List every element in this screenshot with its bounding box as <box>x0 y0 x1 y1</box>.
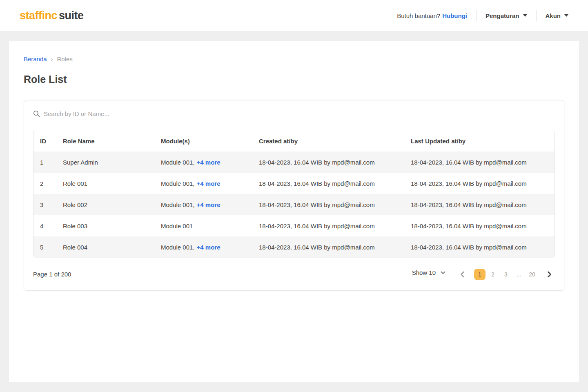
modules-more-link[interactable]: +4 more <box>197 201 220 208</box>
cell-updated: 18-04-2023, 16.04 WIB by mpd@mail.com <box>411 159 555 166</box>
column-header-updated: Last Updated at/by <box>411 138 555 145</box>
cell-id: 4 <box>40 223 63 229</box>
column-header-id: ID <box>40 138 63 145</box>
modules-text: Module 001, <box>161 244 195 251</box>
main-content: Beranda › Roles Role List ID Role Name M… <box>9 41 579 382</box>
pagination-controls: Show 10 1 2 3 ... 20 <box>411 269 555 280</box>
modules-text: Module 001, <box>161 201 195 208</box>
search-icon <box>33 110 40 117</box>
table-row: 3 Role 002 Module 001,+4 more 18-04-2023… <box>33 194 555 215</box>
cell-updated: 18-04-2023, 16.04 WIB by mpd@mail.com <box>411 201 555 208</box>
modules-more-link[interactable]: +4 more <box>197 180 220 187</box>
caret-down-icon <box>523 14 527 17</box>
modules-more-link[interactable]: +4 more <box>197 159 220 166</box>
role-table: ID Role Name Module(s) Created at/by Las… <box>33 130 555 258</box>
page-ellipsis: ... <box>513 271 525 278</box>
cell-modules: Module 001,+4 more <box>161 244 259 251</box>
table-row: 5 Role 004 Module 001,+4 more 18-04-2023… <box>33 236 555 258</box>
cell-created: 18-04-2023, 16.04 WIB by mpd@mail.com <box>259 201 411 208</box>
page-size-select[interactable]: Show 10 <box>411 269 446 279</box>
breadcrumb-home-link[interactable]: Beranda <box>24 56 47 62</box>
search-box <box>33 110 131 121</box>
app-header: staffincsuite Butuh bantuan? Hubungi Pen… <box>0 0 588 31</box>
account-menu-label: Akun <box>546 12 561 19</box>
cell-role-name: Role 003 <box>63 223 161 229</box>
previous-page-button[interactable] <box>457 269 468 280</box>
cell-role-name: Role 004 <box>63 244 161 251</box>
account-menu-button[interactable]: Akun <box>546 12 569 19</box>
modules-text: Module 001, <box>161 180 195 187</box>
cell-role-name: Role 002 <box>63 201 161 208</box>
page-size-label: Show 10 <box>412 269 436 276</box>
page-button-20[interactable]: 20 <box>526 269 538 280</box>
chevron-left-icon <box>459 271 466 278</box>
header-divider <box>536 10 537 21</box>
cell-created: 18-04-2023, 16.04 WIB by mpd@mail.com <box>259 159 411 166</box>
help-prompt: Butuh bantuan? <box>397 12 440 19</box>
table-header-row: ID Role Name Module(s) Created at/by Las… <box>33 130 555 151</box>
chevron-right-icon <box>546 271 553 278</box>
table-row: 2 Role 001 Module 001,+4 more 18-04-2023… <box>33 173 555 194</box>
cell-modules: Module 001,+4 more <box>161 201 259 208</box>
column-header-role-name: Role Name <box>63 138 161 145</box>
table-row: 1 Super Admin Module 001,+4 more 18-04-2… <box>33 151 555 173</box>
cell-id: 5 <box>40 244 63 251</box>
breadcrumb: Beranda › Roles <box>24 56 564 62</box>
cell-id: 3 <box>40 201 63 208</box>
header-divider <box>476 10 477 21</box>
breadcrumb-current: Roles <box>57 56 72 62</box>
cell-modules: Module 001,+4 more <box>161 180 259 187</box>
settings-menu-label: Pengaturan <box>486 12 519 19</box>
page-title: Role List <box>24 74 564 85</box>
breadcrumb-separator-icon: › <box>51 56 53 62</box>
table-row: 4 Role 003 Module 001 18-04-2023, 16.04 … <box>33 215 555 236</box>
role-list-card: ID Role Name Module(s) Created at/by Las… <box>24 100 564 291</box>
cell-role-name: Super Admin <box>63 159 161 166</box>
cell-id: 2 <box>40 180 63 187</box>
column-header-created: Created at/by <box>259 138 411 145</box>
caret-down-icon <box>564 14 568 17</box>
page-number-list: 1 2 3 ... 20 <box>474 269 538 280</box>
cell-created: 18-04-2023, 16.04 WIB by mpd@mail.com <box>259 180 411 187</box>
cell-role-name: Role 001 <box>63 180 161 187</box>
cell-id: 1 <box>40 159 63 166</box>
cell-modules: Module 001,+4 more <box>161 159 259 166</box>
cell-updated: 18-04-2023, 16.04 WIB by mpd@mail.com <box>411 223 555 229</box>
column-header-modules: Module(s) <box>161 138 259 145</box>
brand-product: suite <box>59 9 84 22</box>
cell-created: 18-04-2023, 16.04 WIB by mpd@mail.com <box>259 223 411 229</box>
next-page-button[interactable] <box>543 269 555 280</box>
search-input[interactable] <box>44 110 131 117</box>
card-footer: Page 1 of 200 Show 10 1 2 3 <box>33 258 555 290</box>
cell-modules: Module 001 <box>161 223 259 229</box>
settings-menu-button[interactable]: Pengaturan <box>486 12 527 19</box>
cell-updated: 18-04-2023, 16.04 WIB by mpd@mail.com <box>411 180 555 187</box>
modules-text: Module 001, <box>161 159 195 166</box>
chevron-down-icon <box>441 271 445 274</box>
help-contact-link[interactable]: Hubungi <box>442 12 467 19</box>
brand-name: staffinc <box>20 9 57 22</box>
cell-created: 18-04-2023, 16.04 WIB by mpd@mail.com <box>259 244 411 251</box>
header-nav: Butuh bantuan? Hubungi Pengaturan Akun <box>397 10 568 21</box>
brand-logo[interactable]: staffincsuite <box>20 9 84 22</box>
page-summary: Page 1 of 200 <box>33 271 71 278</box>
modules-text: Module 001 <box>161 223 193 229</box>
page-button-1[interactable]: 1 <box>474 269 486 280</box>
page-button-3[interactable]: 3 <box>500 269 512 280</box>
modules-more-link[interactable]: +4 more <box>197 244 220 251</box>
page-button-2[interactable]: 2 <box>487 269 499 280</box>
cell-updated: 18-04-2023, 16.04 WIB by mpd@mail.com <box>411 244 555 251</box>
